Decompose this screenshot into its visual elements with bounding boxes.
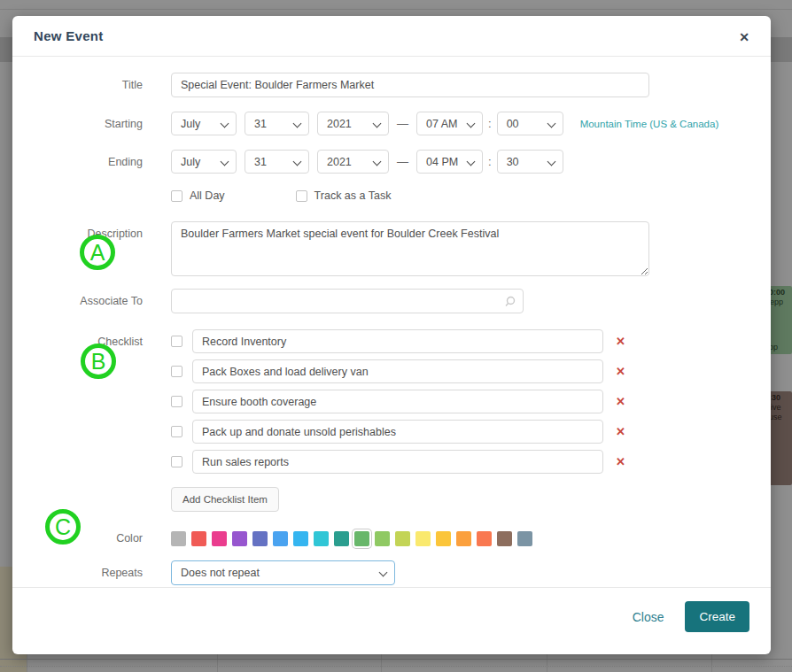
color-swatch[interactable]: [273, 531, 288, 546]
end-day-value: 31: [254, 156, 267, 168]
title-input[interactable]: [171, 73, 649, 97]
color-swatch[interactable]: [395, 531, 410, 546]
color-swatch[interactable]: [477, 531, 492, 546]
end-minute-value: 30: [507, 156, 519, 168]
checklist-item: ✕: [171, 390, 625, 413]
start-year-select[interactable]: 2021: [317, 112, 389, 135]
timezone-link[interactable]: Mountain Time (US & Canada): [580, 112, 719, 129]
modal-header: New Event ✕: [12, 16, 771, 57]
annotation-circle-b: B: [81, 344, 116, 379]
close-button[interactable]: Close: [633, 610, 664, 624]
checklist-item-checkbox[interactable]: [171, 336, 182, 347]
repeats-select[interactable]: Does not repeat: [171, 560, 395, 585]
delete-checklist-item-icon[interactable]: ✕: [616, 426, 625, 437]
start-year-value: 2021: [327, 118, 352, 130]
color-swatch[interactable]: [171, 531, 186, 546]
checklist-item-checkbox[interactable]: [171, 456, 182, 467]
create-button[interactable]: Create: [685, 601, 749, 632]
end-year-select[interactable]: 2021: [317, 150, 389, 174]
end-minute-select[interactable]: 30: [497, 150, 563, 174]
close-icon[interactable]: ✕: [735, 27, 753, 48]
checklist-item: ✕: [171, 420, 625, 444]
new-event-modal: New Event ✕ Title Starting July 31: [12, 16, 771, 654]
delete-checklist-item-icon[interactable]: ✕: [616, 366, 625, 377]
color-swatch[interactable]: [252, 531, 268, 546]
checklist-item-checkbox[interactable]: [171, 426, 182, 437]
chevron-down-icon: [379, 568, 388, 577]
associate-row: Associate To: [34, 289, 749, 313]
description-textarea[interactable]: Boulder Farmers Market special event for…: [171, 221, 649, 276]
annotation-circle-c: C: [45, 509, 81, 545]
add-checklist-item-button[interactable]: Add Checklist Item: [171, 487, 279, 512]
checklist-item-checkbox[interactable]: [171, 366, 182, 377]
checklist-item-input[interactable]: [192, 329, 603, 353]
chevron-down-icon: [221, 158, 229, 166]
modal-footer: Close Create: [12, 587, 771, 654]
start-hour-value: 07 AM: [426, 118, 457, 130]
delete-checklist-item-icon[interactable]: ✕: [616, 396, 625, 407]
checklist-item: ✕: [171, 329, 625, 353]
track-task-checkbox[interactable]: [296, 190, 307, 202]
associate-search-input[interactable]: [171, 289, 524, 313]
ending-row: Ending July 31 2021 —: [34, 150, 749, 174]
starting-row: Starting July 31 2021 —: [34, 112, 749, 135]
starting-label: Starting: [34, 112, 143, 130]
color-swatches: [171, 529, 532, 546]
end-month-value: July: [181, 156, 200, 168]
delete-checklist-item-icon[interactable]: ✕: [616, 336, 625, 347]
all-day-label: All Day: [190, 189, 225, 202]
color-swatch[interactable]: [456, 531, 471, 546]
checklist-item-input[interactable]: [192, 420, 603, 444]
chevron-down-icon: [373, 120, 382, 128]
checklist-item-input[interactable]: [192, 390, 603, 413]
start-day-select[interactable]: 31: [245, 112, 309, 135]
start-month-select[interactable]: July: [171, 112, 237, 135]
color-swatch[interactable]: [314, 531, 329, 546]
checklist-row: Checklist ✕ ✕ ✕: [34, 329, 749, 512]
start-day-value: 31: [254, 118, 267, 130]
color-swatch[interactable]: [334, 531, 349, 546]
start-minute-select[interactable]: 00: [497, 112, 563, 135]
color-swatch[interactable]: [232, 531, 247, 546]
start-hour-select[interactable]: 07 AM: [416, 112, 483, 135]
color-swatch[interactable]: [517, 531, 532, 546]
color-swatch[interactable]: [375, 531, 390, 546]
description-row: Description Boulder Farmers Market speci…: [34, 221, 749, 276]
repeats-value: Does not repeat: [181, 567, 260, 579]
end-hour-select[interactable]: 04 PM: [416, 150, 483, 174]
time-colon-separator: :: [488, 112, 492, 130]
checklist-item-input[interactable]: [192, 450, 603, 474]
end-hour-value: 04 PM: [426, 156, 458, 168]
modal-title: New Event: [34, 28, 104, 43]
color-swatch[interactable]: [191, 531, 206, 546]
chevron-down-icon: [467, 120, 476, 128]
color-swatch-selected[interactable]: [354, 531, 369, 546]
associate-label: Associate To: [34, 289, 143, 307]
chevron-down-icon: [221, 120, 229, 128]
time-colon-separator: :: [488, 150, 492, 168]
checklist-item-input[interactable]: [192, 359, 603, 383]
color-swatch[interactable]: [497, 531, 512, 546]
delete-checklist-item-icon[interactable]: ✕: [616, 456, 625, 467]
modal-body: Title Starting July 31 2021: [12, 57, 771, 585]
search-icon: [504, 296, 516, 307]
checklist-label: Checklist: [34, 329, 143, 348]
color-swatch[interactable]: [415, 531, 431, 546]
end-month-select[interactable]: July: [171, 150, 237, 174]
color-swatch[interactable]: [293, 531, 308, 546]
date-time-separator: —: [397, 150, 408, 168]
chevron-down-icon: [293, 120, 302, 128]
start-month-value: July: [181, 118, 200, 130]
color-swatch[interactable]: [436, 531, 451, 546]
repeats-label: Repeats: [34, 560, 143, 579]
all-day-checkbox[interactable]: [171, 190, 182, 202]
checklist: ✕ ✕ ✕ ✕: [171, 329, 625, 512]
end-year-value: 2021: [327, 156, 352, 168]
end-day-select[interactable]: 31: [245, 150, 309, 174]
chevron-down-icon: [547, 158, 555, 166]
repeats-row: Repeats Does not repeat: [34, 560, 749, 585]
checklist-item-checkbox[interactable]: [171, 396, 182, 407]
color-row: Color: [34, 529, 749, 546]
color-swatch[interactable]: [212, 531, 227, 546]
title-label: Title: [34, 73, 143, 91]
